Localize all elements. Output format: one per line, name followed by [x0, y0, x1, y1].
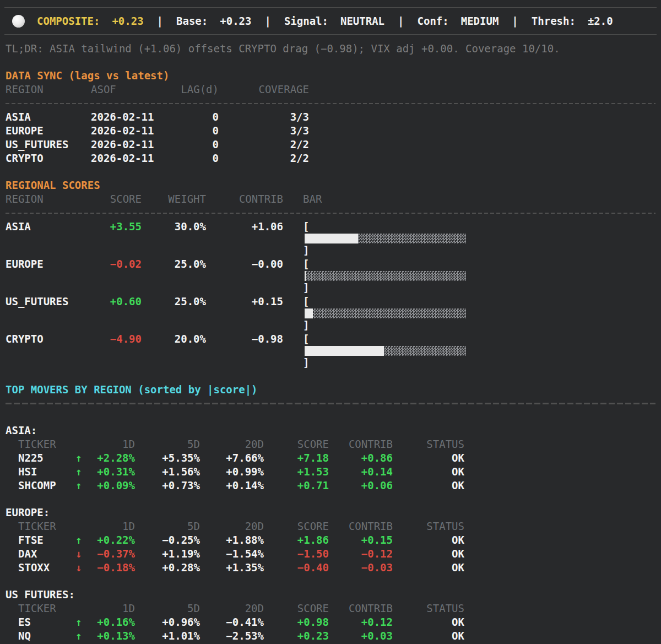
top-movers-section: TOP MOVERS BY REGION (sorted by |score|)… [0, 383, 661, 644]
col-asof: ASOF [91, 83, 164, 96]
col-contrib: CONTRIB [329, 519, 393, 533]
col-weight: WEIGHT [142, 192, 206, 206]
bar-track [305, 271, 466, 281]
score-cell: +0.71 [264, 479, 329, 493]
score-bar: [ ] [303, 332, 661, 370]
col-1d: 1D [88, 437, 135, 451]
change-20d-cell: −2.53% [200, 629, 264, 643]
change-5d-cell: +0.96% [135, 615, 200, 629]
bar-fill [305, 234, 358, 243]
mover-row: DAX ↓ −0.37% +1.19% −1.54% −1.50 −0.12 O… [0, 547, 661, 561]
status-cell: OK [393, 451, 464, 465]
score-cell: +1.53 [264, 465, 329, 479]
direction-arrow-icon: ↓ [75, 561, 88, 575]
mover-row: SHCOMP ↑ +0.09% +0.73% +0.14% +0.71 +0.0… [0, 479, 661, 493]
change-1d-cell: −0.37% [88, 547, 135, 561]
direction-arrow-icon: ↑ [75, 479, 88, 493]
score-cell: −4.90 [91, 332, 142, 370]
col-contrib: CONTRIB [329, 602, 393, 615]
status-indicator-icon [12, 15, 25, 28]
direction-arrow-icon: ↑ [75, 615, 88, 629]
conf-value: MEDIUM [461, 14, 499, 28]
ticker-cell: N225 [18, 451, 75, 465]
contrib-cell: +0.86 [329, 451, 393, 465]
change-1d-cell: +0.13% [88, 629, 135, 643]
score-cell: +3.55 [91, 220, 142, 257]
lag-cell: 0 [164, 124, 219, 138]
contrib-cell: −0.98 [206, 332, 283, 370]
change-1d-cell: +0.16% [88, 615, 135, 629]
bar-close-bracket: ] [303, 281, 661, 295]
status-cell: OK [393, 465, 464, 479]
direction-arrow-icon: ↑ [75, 629, 88, 643]
change-20d-cell: −0.41% [200, 615, 264, 629]
status-cell: OK [393, 615, 464, 629]
movers-header-row: TICKER 1D 5D 20D SCORE CONTRIB STATUS [0, 519, 661, 533]
market-composite-dashboard: COMPOSITE: +0.23 | Base: +0.23 | Signal:… [0, 0, 661, 644]
region-cell: EUROPE [6, 257, 91, 295]
status-cell: OK [393, 533, 464, 547]
ticker-cell: SHCOMP [18, 479, 75, 493]
change-5d-cell: +0.73% [135, 479, 200, 493]
data-sync-title: DATA SYNC (lags vs latest) [6, 69, 661, 83]
col-ticker: TICKER [18, 437, 88, 451]
col-status: STATUS [393, 437, 464, 451]
mover-row: NQ ↑ +0.13% +1.01% −2.53% +0.23 +0.03 OK [0, 629, 661, 643]
asof-cell: 2026-02-11 [91, 124, 164, 138]
status-cell: OK [393, 629, 464, 643]
direction-arrow-icon: ↑ [75, 533, 88, 547]
ticker-cell: ES [18, 615, 75, 629]
weight-cell: 30.0% [142, 220, 206, 257]
lag-cell: 0 [164, 110, 219, 124]
col-5d: 5D [135, 602, 200, 615]
composite-label: COMPOSITE: [37, 14, 100, 28]
data-sync-header-row: REGION ASOF LAG(d) COVERAGE [0, 83, 661, 96]
col-ticker: TICKER [18, 602, 88, 615]
status-cell: OK [393, 561, 464, 575]
status-cell: OK [393, 479, 464, 493]
weight-cell: 25.0% [142, 295, 206, 332]
contrib-cell: +1.06 [206, 220, 283, 257]
asof-cell: 2026-02-11 [91, 110, 164, 124]
top-movers-blocks: ASIA: TICKER 1D 5D 20D SCORE CONTRIB STA… [0, 424, 661, 644]
mover-row: FTSE ↑ +0.22% −0.25% +1.88% +1.86 +0.15 … [0, 533, 661, 547]
separator: | [264, 14, 270, 28]
contrib-cell: +0.14 [329, 465, 393, 479]
region-movers-block: US FUTURES: TICKER 1D 5D 20D SCORE CONTR… [0, 588, 661, 643]
score-bar: [ ] [303, 257, 661, 295]
signal-value: NEUTRAL [340, 14, 384, 28]
change-20d-cell: +7.66% [200, 451, 264, 465]
change-5d-cell: +1.01% [135, 629, 200, 643]
bar-track [305, 309, 466, 318]
ticker-cell: DAX [18, 547, 75, 561]
composite-header-bar: COMPOSITE: +0.23 | Base: +0.23 | Signal:… [4, 7, 657, 35]
mover-row: ES ↑ +0.16% +0.96% −0.41% +0.98 +0.12 OK [0, 615, 661, 629]
dashed-divider [6, 96, 655, 110]
movers-header-row: TICKER 1D 5D 20D SCORE CONTRIB STATUS [0, 602, 661, 615]
base-label: Base: [176, 14, 208, 28]
bar-open-bracket: [ [303, 332, 661, 346]
change-20d-cell: +1.35% [200, 561, 264, 575]
region-cell: EUROPE [6, 124, 91, 138]
regional-score-row: ASIA +3.55 30.0% +1.06 [ ] [0, 220, 661, 257]
coverage-cell: 3/3 [219, 110, 309, 124]
col-region: REGION [6, 192, 91, 206]
lag-cell: 0 [164, 151, 219, 165]
change-20d-cell: +0.14% [200, 479, 264, 493]
col-5d: 5D [135, 437, 200, 451]
col-contrib: CONTRIB [329, 437, 393, 451]
change-5d-cell: +0.28% [135, 561, 200, 575]
mover-row: STOXX ↓ −0.18% +0.28% +1.35% −0.40 −0.03… [0, 561, 661, 575]
movers-header-row: TICKER 1D 5D 20D SCORE CONTRIB STATUS [0, 437, 661, 451]
change-5d-cell: +1.56% [135, 465, 200, 479]
contrib-cell: +0.15 [206, 295, 283, 332]
coverage-cell: 3/3 [219, 124, 309, 138]
contrib-cell: +0.03 [329, 629, 393, 643]
change-20d-cell: +0.99% [200, 465, 264, 479]
bar-fill [305, 346, 384, 356]
col-status: STATUS [393, 519, 464, 533]
coverage-cell: 2/2 [219, 151, 309, 165]
bar-open-bracket: [ [303, 220, 661, 234]
col-score: SCORE [264, 519, 329, 533]
regional-score-row: CRYPTO −4.90 20.0% −0.98 [ ] [0, 332, 661, 370]
